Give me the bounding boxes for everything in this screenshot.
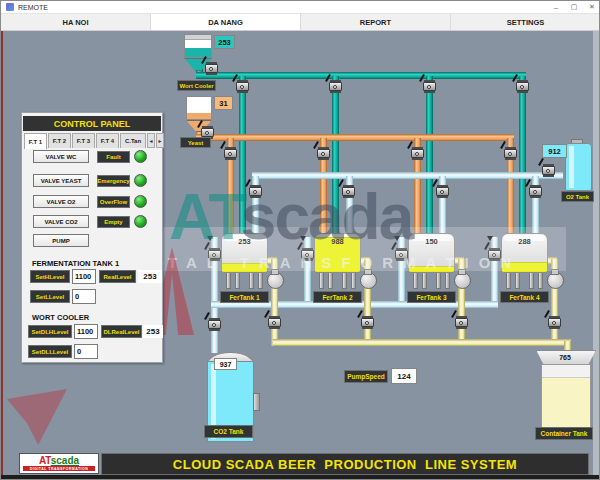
container-tank-headspace: [542, 365, 590, 378]
tank-leg: [235, 272, 240, 289]
close-button[interactable]: ✕: [583, 1, 600, 14]
tab-report[interactable]: REPORT: [301, 14, 451, 30]
valve-wort-feed-4-icon[interactable]: [516, 80, 529, 93]
cp-tab-ft2[interactable]: F.T 2: [48, 133, 71, 148]
fermentation-tank-label-1: FerTank 1: [220, 291, 269, 303]
system-banner: CLOUD SCADA BEER PRODUCTION LINE SYSTEM: [101, 453, 589, 475]
dl-real-level-label: DLRealLevel: [101, 325, 142, 338]
container-tank: [541, 364, 591, 428]
cp-tab-ft3[interactable]: F.T 3: [72, 133, 95, 148]
emergency-indicator-label: Emergency: [97, 175, 130, 187]
o2-tank-label: O2 Tank: [561, 191, 594, 202]
valve-o2-feed-2-icon[interactable]: [342, 185, 355, 198]
valve-yeast-button[interactable]: VALVE YEAST: [33, 174, 89, 187]
wort-level-readout: 253: [214, 35, 235, 49]
pump-speed-value[interactable]: 124: [391, 368, 417, 384]
beer-pump-3-icon[interactable]: [454, 272, 471, 289]
pump-button[interactable]: PUMP: [33, 234, 89, 247]
valve-co2-out-4-icon[interactable]: [488, 248, 501, 261]
empty-indicator-label: Empty: [97, 216, 130, 228]
cp-tab-ft1[interactable]: F.T 1: [24, 133, 47, 149]
set-l-level-label: SetLLevel: [30, 290, 70, 303]
valve-beer-out-2-icon[interactable]: [361, 316, 374, 329]
valve-co2-main-icon[interactable]: [208, 318, 221, 331]
site-tab-bar: HA NOI DA NANG REPORT SETTINGS: [1, 14, 600, 31]
tank-leg: [538, 272, 543, 289]
tab-ha-noi[interactable]: HA NOI: [1, 14, 151, 30]
valve-co2-out-1-icon[interactable]: [208, 248, 221, 261]
valve-o2-feed-3-icon[interactable]: [436, 185, 449, 198]
tank-level-value: 988: [315, 237, 360, 246]
o2-tank-highlight: [569, 146, 574, 188]
set-dlh-level-label: SetDLHLevel: [28, 325, 72, 338]
pump-speed-label: PumpSpeed: [344, 370, 388, 383]
pipe-wort-drop-3: [426, 76, 433, 238]
real-level-label: RealLevel: [99, 270, 136, 283]
minimize-button[interactable]: –: [547, 1, 565, 14]
cp-tab-ctan[interactable]: C.Tan: [120, 133, 146, 148]
scada-window: REMOTE – ▢ ✕ HA NOI DA NANG REPORT SETTI…: [0, 0, 600, 480]
o2-tank: [565, 143, 592, 191]
valve-co2-out-2-icon[interactable]: [301, 248, 314, 261]
valve-wort-feed-1-icon[interactable]: [236, 80, 249, 93]
real-level-value: 253: [138, 270, 162, 283]
tank-leg: [319, 272, 324, 289]
valve-co2-button[interactable]: VALVE CO2: [33, 215, 89, 228]
tab-settings[interactable]: SETTINGS: [451, 14, 600, 30]
valve-o2-feed-4-icon[interactable]: [529, 185, 542, 198]
set-h-level-input[interactable]: [72, 269, 96, 284]
fault-indicator-label: Fault: [97, 151, 130, 163]
tank-leg: [445, 272, 450, 289]
o2-level-readout: 912: [542, 144, 567, 158]
tank-level-fill: [502, 262, 547, 272]
wort-cooler-heading: WORT COOLER: [32, 313, 89, 322]
set-h-level-label: SetHLevel: [30, 270, 70, 283]
yeast-hopper: [186, 96, 212, 120]
beer-pump-4-icon[interactable]: [547, 272, 564, 289]
valve-co2-out-3-icon[interactable]: [395, 248, 408, 261]
tank-level-fill: [222, 263, 267, 272]
pipe-yeast-main: [196, 134, 514, 141]
control-panel-title: CONTROL PANEL: [23, 116, 161, 131]
cp-tab-scroll-left-icon[interactable]: ◄: [147, 133, 155, 148]
overflow-led: [134, 195, 147, 208]
empty-led: [134, 215, 147, 228]
valve-wort-feed-2-icon[interactable]: [329, 80, 342, 93]
valve-yeast-feed-4-icon[interactable]: [504, 147, 517, 160]
control-panel: CONTROL PANEL F.T 1 F.T 2 F.T 3 F.T 4 C.…: [21, 112, 163, 363]
fault-led: [134, 150, 147, 163]
control-panel-tabstrip: F.T 1 F.T 2 F.T 3 F.T 4 C.Tan ◄ ►: [24, 133, 162, 148]
set-dlh-level-input[interactable]: [74, 324, 98, 339]
valve-yeast-feed-1-icon[interactable]: [224, 147, 237, 160]
valve-yeast-feed-3-icon[interactable]: [411, 147, 424, 160]
container-level-readout: 765: [552, 352, 578, 363]
maximize-button[interactable]: ▢: [565, 1, 583, 14]
set-l-level-input[interactable]: [72, 289, 96, 304]
tank-leg: [436, 272, 441, 289]
valve-o2-supply-icon[interactable]: [542, 164, 555, 177]
valve-beer-out-4-icon[interactable]: [548, 316, 561, 329]
valve-o2-feed-1-icon[interactable]: [249, 185, 262, 198]
tank-leg: [226, 272, 231, 289]
wort-cooler-label: Wort Cooler: [177, 80, 216, 91]
fermentation-tank-3: 150: [408, 233, 455, 273]
set-dll-level-input[interactable]: [74, 344, 98, 359]
tank-leg: [328, 272, 333, 289]
beer-pump-1-icon[interactable]: [267, 272, 284, 289]
valve-yeast-feed-2-icon[interactable]: [317, 147, 330, 160]
valve-beer-out-1-icon[interactable]: [268, 316, 281, 329]
cp-tab-scroll-right-icon[interactable]: ►: [156, 133, 164, 148]
tab-da-nang[interactable]: DA NANG: [151, 14, 301, 30]
fermentation-tank-label-2: FerTank 2: [313, 291, 362, 303]
valve-wc-button[interactable]: VALVE WC: [33, 150, 89, 163]
cp-tab-ft4[interactable]: F.T 4: [96, 133, 119, 148]
fermentation-tank-2: 988: [314, 233, 361, 273]
tank-level-value: 288: [502, 237, 547, 246]
valve-wort-feed-3-icon[interactable]: [423, 80, 436, 93]
valve-wort-line-icon[interactable]: [205, 62, 218, 75]
valve-beer-out-3-icon[interactable]: [455, 316, 468, 329]
beer-pump-2-icon[interactable]: [360, 272, 377, 289]
bottom-strip: [1, 475, 600, 480]
valve-o2-button[interactable]: VALVE O2: [33, 195, 89, 208]
tank-leg: [249, 272, 254, 289]
